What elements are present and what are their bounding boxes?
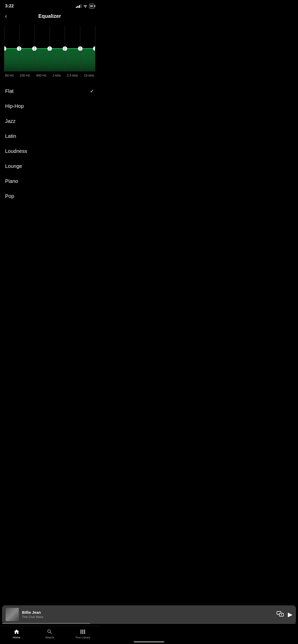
status-time: 3:22 bbox=[5, 4, 14, 9]
wifi-icon bbox=[83, 4, 88, 8]
freq-label-150hz: 150 Hz bbox=[20, 74, 30, 77]
status-indicators: 80 bbox=[76, 4, 94, 8]
eq-grid-line bbox=[65, 26, 65, 71]
freq-label-24khz: 2.4 kHz bbox=[67, 74, 78, 77]
back-button[interactable]: ‹ bbox=[5, 13, 7, 20]
status-bar: 3:22 80 bbox=[0, 0, 99, 11]
eq-grid-line bbox=[4, 26, 4, 71]
battery-icon: 80 bbox=[89, 4, 94, 8]
preset-pop[interactable]: Pop bbox=[0, 189, 99, 204]
preset-lounge-label: Lounge bbox=[5, 163, 22, 169]
eq-grid bbox=[4, 26, 95, 71]
preset-flat[interactable]: Flat ✓ bbox=[0, 83, 99, 99]
preset-loudness-label: Loudness bbox=[5, 148, 27, 154]
preset-jazz[interactable]: Jazz bbox=[0, 114, 99, 129]
header: ‹ Equalizer bbox=[0, 11, 99, 23]
freq-label-1khz: 1 kHz bbox=[52, 74, 61, 77]
preset-hiphop-label: Hip-Hop bbox=[5, 103, 24, 109]
eq-frequency-labels: 60 Hz 150 Hz 400 Hz 1 kHz 2.4 kHz 15 kHz bbox=[4, 71, 95, 77]
preset-flat-label: Flat bbox=[5, 88, 13, 94]
eq-grid-line bbox=[95, 26, 95, 71]
preset-pop-label: Pop bbox=[5, 193, 14, 199]
equalizer-section: 60 Hz 150 Hz 400 Hz 1 kHz 2.4 kHz 15 kHz bbox=[0, 26, 99, 77]
freq-label-15khz: 15 kHz bbox=[84, 74, 94, 77]
presets-list: Flat ✓ Hip-Hop Jazz Latin Loudness Loung… bbox=[0, 83, 99, 204]
preset-hiphop[interactable]: Hip-Hop bbox=[0, 99, 99, 114]
freq-label-60hz: 60 Hz bbox=[5, 74, 14, 77]
eq-grid-line bbox=[19, 26, 20, 71]
preset-latin-label: Latin bbox=[5, 133, 16, 139]
page-title: Equalizer bbox=[38, 13, 61, 19]
preset-jazz-label: Jazz bbox=[5, 118, 16, 124]
freq-label-400hz: 400 Hz bbox=[36, 74, 46, 77]
checkmark-icon: ✓ bbox=[90, 88, 94, 94]
eq-grid-line bbox=[80, 26, 80, 71]
preset-piano[interactable]: Piano bbox=[0, 174, 99, 189]
eq-grid-line bbox=[50, 26, 50, 71]
eq-chart[interactable] bbox=[4, 26, 95, 71]
eq-grid-line bbox=[34, 26, 35, 71]
preset-lounge[interactable]: Lounge bbox=[0, 159, 99, 174]
preset-piano-label: Piano bbox=[5, 178, 18, 184]
signal-icon bbox=[76, 4, 82, 8]
preset-loudness[interactable]: Loudness bbox=[0, 144, 99, 159]
preset-latin[interactable]: Latin bbox=[0, 129, 99, 144]
